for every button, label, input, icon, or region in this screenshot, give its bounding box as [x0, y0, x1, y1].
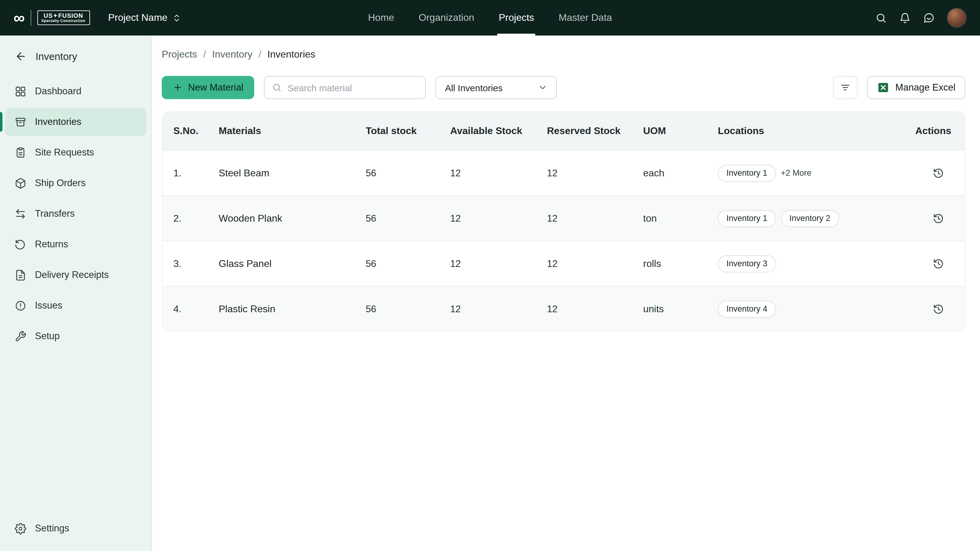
nav-home[interactable]: Home [367, 0, 395, 35]
sidebar-item-setup[interactable]: Setup [5, 322, 146, 350]
history [933, 167, 944, 178]
history-button[interactable] [931, 165, 946, 181]
cell-material: Wooden Plank [208, 213, 355, 224]
cell-total-stock: 56 [355, 258, 439, 269]
logo-divider [30, 10, 31, 26]
breadcrumb-separator: / [258, 49, 261, 60]
user-avatar[interactable] [947, 8, 967, 27]
main-content: Projects/Inventory/Inventories New Mater… [153, 35, 980, 551]
help-chat-button[interactable] [923, 12, 935, 24]
inventory-table: S.No.MaterialsTotal stockAvailable Stock… [162, 111, 965, 332]
history-button[interactable] [931, 210, 946, 226]
sidebar-item-label: Setup [35, 330, 60, 341]
company-logo: ∞ US✦FUSION Specialty Construction [13, 10, 90, 26]
project-selector[interactable]: Project Name [108, 12, 181, 23]
cell-material: Plastic Resin [208, 303, 355, 314]
inventories-icon [15, 116, 26, 128]
toolbar: New Material All Inventories Manage Exce… [162, 76, 965, 99]
sidebar-item-transfers[interactable]: Transfers [5, 200, 146, 228]
material-search [264, 76, 426, 99]
sidebar-back-inventory[interactable]: Inventory [0, 41, 151, 71]
notifications-button[interactable] [899, 12, 911, 24]
sidebar-item-label: Dashboard [35, 86, 81, 97]
cell-total-stock: 56 [355, 213, 439, 224]
filter-button[interactable] [833, 76, 858, 99]
nav-master-data[interactable]: Master Data [557, 0, 613, 35]
sidebar-item-label: Site Requests [35, 147, 94, 158]
breadcrumb-separator: / [204, 49, 206, 60]
inventory-filter-value: All Inventories [445, 83, 503, 93]
cell-total-stock: 56 [355, 167, 439, 178]
location-chip[interactable]: Inventory 1 [718, 210, 776, 227]
cell-uom: ton [632, 213, 707, 224]
location-chip[interactable]: Inventory 2 [781, 210, 839, 227]
chevron-down [538, 83, 548, 92]
breadcrumb-inventories[interactable]: Inventories [267, 49, 315, 60]
breadcrumb-projects[interactable]: Projects [162, 49, 197, 60]
location-chip[interactable]: Inventory 1 [718, 164, 776, 181]
sidebar-item-inventories[interactable]: Inventories [5, 108, 146, 136]
cell-reserved-stock: 12 [536, 258, 632, 269]
app-root: ∞ US✦FUSION Specialty Construction Proje… [0, 0, 980, 551]
sidebar-item-ship-orders[interactable]: Ship Orders [5, 169, 146, 197]
site-requests-icon [15, 147, 26, 158]
search-input[interactable] [288, 83, 418, 93]
breadcrumb-inventory[interactable]: Inventory [212, 49, 253, 60]
cell-uom: units [632, 303, 707, 314]
filter [840, 82, 851, 93]
cell-total-stock: 56 [355, 303, 439, 314]
history-button[interactable] [931, 301, 946, 317]
sidebar-item-label: Returns [35, 239, 68, 250]
column-header-total-stock: Total stock [355, 125, 439, 137]
setup-icon [15, 330, 26, 342]
cell-sno: 4. [162, 303, 208, 314]
topbar: ∞ US✦FUSION Specialty Construction Proje… [0, 0, 980, 35]
sidebar-item-label: Issues [35, 300, 62, 311]
issues-icon [15, 300, 26, 311]
manage-excel-button[interactable]: Manage Excel [867, 76, 965, 99]
sidebar-footer: Settings [0, 514, 151, 551]
cell-actions [889, 210, 965, 226]
cell-available-stock: 12 [439, 303, 536, 314]
top-nav: HomeOrganizationProjectsMaster Data [367, 0, 613, 35]
new-material-button[interactable]: New Material [162, 76, 255, 99]
history-button[interactable] [931, 256, 946, 272]
sidebar-item-delivery-receipts[interactable]: Delivery Receipts [5, 261, 146, 289]
table-row: 2.Wooden Plank561212tonInventory 1Invent… [162, 195, 965, 241]
transfers-icon [15, 208, 26, 219]
sidebar-item-issues[interactable]: Issues [5, 291, 146, 319]
topbar-actions [875, 8, 967, 27]
settings-icon [15, 522, 26, 534]
returns-icon [15, 238, 26, 250]
column-header-available-stock: Available Stock [439, 125, 536, 137]
search [272, 83, 282, 92]
column-header-materials: Materials [208, 125, 355, 137]
sidebar-item-dashboard[interactable]: Dashboard [5, 77, 146, 105]
logo-line2: Specialty Construction [41, 19, 86, 23]
location-chip[interactable]: Inventory 4 [718, 300, 776, 318]
history [933, 303, 944, 314]
inventory-filter-select[interactable]: All Inventories [436, 76, 557, 99]
dashboard-icon [15, 86, 26, 97]
bell [899, 12, 911, 24]
cell-actions [889, 301, 965, 317]
logo-icon: ∞ [13, 10, 24, 26]
new-material-label: New Material [188, 82, 243, 93]
plus [173, 83, 183, 92]
cell-uom: rolls [632, 258, 707, 269]
cell-reserved-stock: 12 [536, 167, 632, 178]
nav-organization[interactable]: Organization [417, 0, 475, 35]
arrow-left [15, 50, 27, 62]
table-header: S.No.MaterialsTotal stockAvailable Stock… [162, 112, 965, 150]
sidebar-item-site-requests[interactable]: Site Requests [5, 138, 146, 167]
nav-projects[interactable]: Projects [497, 0, 535, 35]
cell-actions [889, 256, 965, 272]
sidebar-item-returns[interactable]: Returns [5, 230, 146, 258]
location-chip[interactable]: Inventory 3 [718, 255, 776, 272]
project-selector-label: Project Name [108, 12, 167, 23]
sidebar-item-settings[interactable]: Settings [5, 514, 79, 542]
more-locations-label[interactable]: +2 More [781, 168, 811, 178]
cell-sno: 3. [162, 258, 208, 269]
cell-locations: Inventory 4 [707, 300, 889, 318]
search-button[interactable] [875, 12, 887, 24]
